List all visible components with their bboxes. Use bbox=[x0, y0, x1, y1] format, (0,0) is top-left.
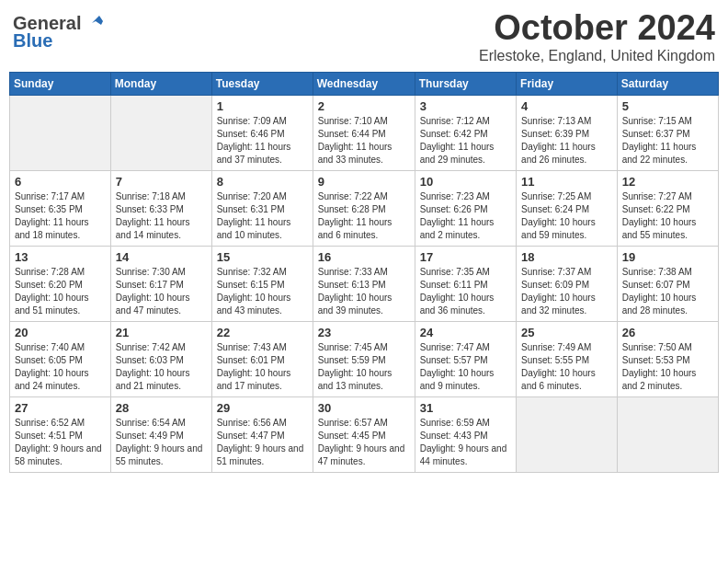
day-info: Sunrise: 7:45 AMSunset: 5:59 PMDaylight:… bbox=[318, 341, 410, 393]
calendar-cell: 19Sunrise: 7:38 AMSunset: 6:07 PMDayligh… bbox=[617, 246, 718, 321]
col-header-friday: Friday bbox=[517, 72, 618, 95]
calendar-cell: 11Sunrise: 7:25 AMSunset: 6:24 PMDayligh… bbox=[517, 170, 618, 246]
calendar-cell: 16Sunrise: 7:33 AMSunset: 6:13 PMDayligh… bbox=[313, 246, 415, 321]
day-number: 19 bbox=[622, 250, 713, 264]
day-number: 17 bbox=[420, 250, 511, 264]
day-info: Sunrise: 7:43 AMSunset: 6:01 PMDaylight:… bbox=[217, 341, 308, 393]
calendar-week-row: 27Sunrise: 6:52 AMSunset: 4:51 PMDayligh… bbox=[10, 396, 719, 472]
col-header-tuesday: Tuesday bbox=[211, 72, 313, 95]
logo: General Blue bbox=[13, 13, 107, 52]
calendar-week-row: 13Sunrise: 7:28 AMSunset: 6:20 PMDayligh… bbox=[10, 246, 719, 321]
calendar-cell: 29Sunrise: 6:56 AMSunset: 4:47 PMDayligh… bbox=[211, 396, 313, 472]
day-info: Sunrise: 6:52 AMSunset: 4:51 PMDaylight:… bbox=[15, 417, 106, 468]
day-info: Sunrise: 6:54 AMSunset: 4:49 PMDaylight:… bbox=[116, 417, 207, 468]
day-info: Sunrise: 7:35 AMSunset: 6:11 PMDaylight:… bbox=[420, 266, 511, 317]
day-info: Sunrise: 7:33 AMSunset: 6:13 PMDaylight:… bbox=[318, 266, 410, 317]
day-number: 25 bbox=[521, 326, 612, 339]
day-info: Sunrise: 7:27 AMSunset: 6:22 PMDaylight:… bbox=[622, 190, 713, 242]
day-number: 11 bbox=[521, 175, 612, 189]
day-info: Sunrise: 7:28 AMSunset: 6:20 PMDaylight:… bbox=[15, 266, 106, 317]
day-info: Sunrise: 7:17 AMSunset: 6:35 PMDaylight:… bbox=[15, 190, 106, 242]
day-info: Sunrise: 6:57 AMSunset: 4:45 PMDaylight:… bbox=[318, 417, 410, 468]
day-info: Sunrise: 7:37 AMSunset: 6:09 PMDaylight:… bbox=[521, 266, 612, 317]
day-number: 10 bbox=[420, 175, 511, 189]
day-info: Sunrise: 7:32 AMSunset: 6:15 PMDaylight:… bbox=[217, 266, 308, 317]
calendar-cell: 14Sunrise: 7:30 AMSunset: 6:17 PMDayligh… bbox=[110, 246, 211, 321]
day-info: Sunrise: 7:12 AMSunset: 6:42 PMDaylight:… bbox=[420, 115, 511, 167]
calendar-cell: 6Sunrise: 7:17 AMSunset: 6:35 PMDaylight… bbox=[10, 170, 111, 246]
day-info: Sunrise: 7:49 AMSunset: 5:55 PMDaylight:… bbox=[521, 341, 612, 393]
calendar-cell: 27Sunrise: 6:52 AMSunset: 4:51 PMDayligh… bbox=[10, 396, 111, 472]
day-number: 26 bbox=[622, 326, 713, 339]
day-info: Sunrise: 7:10 AMSunset: 6:44 PMDaylight:… bbox=[318, 115, 410, 167]
day-number: 2 bbox=[318, 99, 410, 113]
day-number: 9 bbox=[318, 175, 410, 189]
day-number: 12 bbox=[622, 175, 713, 189]
calendar-cell: 12Sunrise: 7:27 AMSunset: 6:22 PMDayligh… bbox=[617, 170, 718, 246]
day-info: Sunrise: 7:25 AMSunset: 6:24 PMDaylight:… bbox=[521, 190, 612, 242]
calendar-week-row: 1Sunrise: 7:09 AMSunset: 6:46 PMDaylight… bbox=[10, 95, 719, 170]
calendar-cell: 28Sunrise: 6:54 AMSunset: 4:49 PMDayligh… bbox=[110, 396, 211, 472]
calendar-cell: 10Sunrise: 7:23 AMSunset: 6:26 PMDayligh… bbox=[415, 170, 516, 246]
calendar-cell: 13Sunrise: 7:28 AMSunset: 6:20 PMDayligh… bbox=[10, 246, 111, 321]
calendar-cell: 2Sunrise: 7:10 AMSunset: 6:44 PMDaylight… bbox=[313, 95, 415, 170]
calendar-cell: 4Sunrise: 7:13 AMSunset: 6:39 PMDaylight… bbox=[517, 95, 618, 170]
day-info: Sunrise: 7:47 AMSunset: 5:57 PMDaylight:… bbox=[420, 341, 511, 393]
day-number: 20 bbox=[15, 326, 106, 339]
calendar-cell: 1Sunrise: 7:09 AMSunset: 6:46 PMDaylight… bbox=[211, 95, 313, 170]
day-number: 16 bbox=[318, 250, 410, 264]
calendar-week-row: 20Sunrise: 7:40 AMSunset: 6:05 PMDayligh… bbox=[10, 321, 719, 396]
day-number: 6 bbox=[15, 175, 106, 189]
calendar-cell: 20Sunrise: 7:40 AMSunset: 6:05 PMDayligh… bbox=[10, 321, 111, 396]
day-number: 22 bbox=[217, 326, 308, 339]
calendar-cell: 30Sunrise: 6:57 AMSunset: 4:45 PMDayligh… bbox=[313, 396, 415, 472]
calendar-cell: 25Sunrise: 7:49 AMSunset: 5:55 PMDayligh… bbox=[517, 321, 618, 396]
calendar-cell: 7Sunrise: 7:18 AMSunset: 6:33 PMDaylight… bbox=[110, 170, 211, 246]
day-info: Sunrise: 7:50 AMSunset: 5:53 PMDaylight:… bbox=[622, 341, 713, 393]
day-info: Sunrise: 7:42 AMSunset: 6:03 PMDaylight:… bbox=[116, 341, 207, 393]
month-title: October 2024 bbox=[479, 9, 715, 48]
day-number: 8 bbox=[217, 175, 308, 189]
page-header: General Blue October 2024 Erlestoke, Eng… bbox=[9, 9, 719, 64]
location-subtitle: Erlestoke, England, United Kingdom bbox=[479, 48, 715, 64]
svg-marker-0 bbox=[92, 14, 107, 25]
calendar-cell: 5Sunrise: 7:15 AMSunset: 6:37 PMDaylight… bbox=[617, 95, 718, 170]
day-number: 28 bbox=[116, 401, 207, 415]
calendar-cell: 17Sunrise: 7:35 AMSunset: 6:11 PMDayligh… bbox=[415, 246, 516, 321]
col-header-wednesday: Wednesday bbox=[313, 72, 415, 95]
day-info: Sunrise: 7:20 AMSunset: 6:31 PMDaylight:… bbox=[217, 190, 308, 242]
day-info: Sunrise: 7:38 AMSunset: 6:07 PMDaylight:… bbox=[622, 266, 713, 317]
calendar-cell: 23Sunrise: 7:45 AMSunset: 5:59 PMDayligh… bbox=[313, 321, 415, 396]
day-number: 30 bbox=[318, 401, 410, 415]
day-number: 21 bbox=[116, 326, 207, 339]
col-header-thursday: Thursday bbox=[415, 72, 516, 95]
calendar-cell: 24Sunrise: 7:47 AMSunset: 5:57 PMDayligh… bbox=[415, 321, 516, 396]
day-number: 29 bbox=[217, 401, 308, 415]
logo-bird-icon bbox=[83, 14, 107, 32]
day-number: 24 bbox=[420, 326, 511, 339]
calendar-cell: 26Sunrise: 7:50 AMSunset: 5:53 PMDayligh… bbox=[617, 321, 718, 396]
day-number: 23 bbox=[318, 326, 410, 339]
col-header-saturday: Saturday bbox=[617, 72, 718, 95]
calendar-cell: 3Sunrise: 7:12 AMSunset: 6:42 PMDaylight… bbox=[415, 95, 516, 170]
calendar-cell bbox=[110, 95, 211, 170]
day-info: Sunrise: 7:30 AMSunset: 6:17 PMDaylight:… bbox=[116, 266, 207, 317]
calendar-cell bbox=[617, 396, 718, 472]
day-info: Sunrise: 6:59 AMSunset: 4:43 PMDaylight:… bbox=[420, 417, 511, 468]
day-number: 27 bbox=[15, 401, 106, 415]
day-number: 7 bbox=[116, 175, 207, 189]
day-number: 5 bbox=[622, 99, 713, 113]
col-header-monday: Monday bbox=[110, 72, 211, 95]
day-number: 1 bbox=[217, 99, 308, 113]
calendar-cell: 21Sunrise: 7:42 AMSunset: 6:03 PMDayligh… bbox=[110, 321, 211, 396]
day-info: Sunrise: 7:22 AMSunset: 6:28 PMDaylight:… bbox=[318, 190, 410, 242]
day-number: 15 bbox=[217, 250, 308, 264]
day-number: 31 bbox=[420, 401, 511, 415]
day-info: Sunrise: 7:23 AMSunset: 6:26 PMDaylight:… bbox=[420, 190, 511, 242]
calendar-cell: 22Sunrise: 7:43 AMSunset: 6:01 PMDayligh… bbox=[211, 321, 313, 396]
day-info: Sunrise: 7:09 AMSunset: 6:46 PMDaylight:… bbox=[217, 115, 308, 167]
day-info: Sunrise: 7:15 AMSunset: 6:37 PMDaylight:… bbox=[622, 115, 713, 167]
calendar-week-row: 6Sunrise: 7:17 AMSunset: 6:35 PMDaylight… bbox=[10, 170, 719, 246]
calendar-table: SundayMondayTuesdayWednesdayThursdayFrid… bbox=[9, 72, 719, 473]
calendar-header-row: SundayMondayTuesdayWednesdayThursdayFrid… bbox=[10, 72, 719, 95]
